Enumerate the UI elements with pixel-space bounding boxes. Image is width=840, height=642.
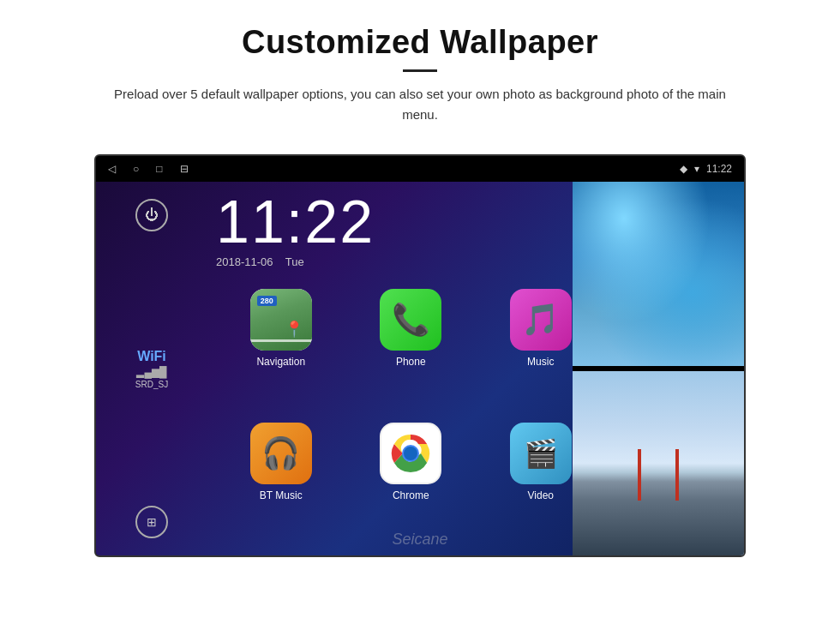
wallpaper-photo-bottom	[573, 371, 744, 555]
status-time: 11:22	[706, 163, 732, 175]
device-wrapper: ◁ ○ □ ⊟ ◆ ▾ 11:22 ⏻ WiFi ▂▄▆█ SRD	[0, 154, 840, 557]
app-label-music: Music	[527, 356, 554, 368]
app-item-btmusic[interactable]: 🎧 BT Music	[216, 416, 346, 549]
chrome-svg	[389, 432, 432, 475]
wifi-ssid: SRD_SJ	[135, 380, 168, 389]
app-label-btmusic: BT Music	[260, 489, 303, 501]
grid-icon: ⊞	[147, 515, 157, 530]
overlay-photos	[573, 182, 744, 555]
clock-time: 11:22	[216, 192, 591, 252]
wifi-icon: ▾	[694, 163, 699, 175]
music-icon: 🎵	[510, 289, 572, 351]
back-icon[interactable]: ◁	[108, 163, 116, 176]
recents-icon[interactable]: □	[156, 163, 162, 176]
screenshot-icon[interactable]: ⊟	[180, 163, 189, 176]
phone-icon: 📞	[380, 289, 441, 351]
app-label-navigation: Navigation	[256, 356, 305, 368]
svg-point-2	[404, 447, 417, 460]
home-icon[interactable]: ○	[133, 163, 139, 176]
bridge-scene-image	[573, 371, 744, 555]
power-icon: ⏻	[145, 207, 159, 223]
app-item-phone[interactable]: 📞 Phone	[346, 282, 477, 416]
power-button[interactable]: ⏻	[135, 199, 168, 231]
app-item-navigation[interactable]: 280 📍 Navigation	[216, 282, 346, 416]
nav-road	[250, 339, 312, 342]
video-icon: 🎬	[510, 423, 572, 484]
screen-main: ⏻ WiFi ▂▄▆█ SRD_SJ ⊞ 11:22	[96, 182, 744, 555]
wallpaper-photo-top	[573, 182, 744, 366]
app-label-video: Video	[528, 489, 554, 501]
page-description: Preload over 5 default wallpaper options…	[111, 84, 729, 125]
location-icon: ◆	[680, 163, 687, 175]
wifi-bars: ▂▄▆█	[135, 366, 168, 378]
app-label-chrome: Chrome	[393, 489, 429, 501]
navigation-icon: 280 📍	[250, 289, 312, 351]
clock-block: 11:22 2018-11-06 Tue	[216, 192, 591, 268]
bridge-tower-left	[638, 449, 641, 501]
apps-grid-button[interactable]: ⊞	[135, 506, 168, 538]
ice-cave-image	[573, 182, 744, 366]
status-right: ◆ ▾ 11:22	[680, 163, 732, 175]
video-clapper-icon: 🎬	[524, 437, 558, 470]
nav-pin-icon: 📍	[285, 320, 303, 339]
android-device: ◁ ○ □ ⊟ ◆ ▾ 11:22 ⏻ WiFi ▂▄▆█ SRD	[94, 154, 746, 557]
bridge-towers	[638, 449, 679, 501]
wifi-info: WiFi ▂▄▆█ SRD_SJ	[135, 349, 168, 389]
clock-date: 2018-11-06 Tue	[216, 255, 591, 268]
sidebar: ⏻ WiFi ▂▄▆█ SRD_SJ ⊞	[96, 182, 207, 555]
nav-buttons: ◁ ○ □ ⊟	[108, 163, 189, 176]
app-item-chrome[interactable]: Chrome	[346, 416, 477, 549]
page-header: Customized Wallpaper Preload over 5 defa…	[0, 0, 840, 139]
app-label-phone: Phone	[396, 356, 426, 368]
bridge-tower-right	[675, 449, 679, 501]
page-title: Customized Wallpaper	[69, 24, 771, 61]
status-bar: ◁ ○ □ ⊟ ◆ ▾ 11:22	[96, 156, 744, 182]
nav-badge: 280	[257, 296, 277, 306]
btmusic-icon: 🎧	[250, 423, 312, 484]
title-divider	[403, 69, 437, 72]
wifi-label: WiFi	[135, 349, 168, 364]
chrome-icon	[380, 423, 441, 484]
